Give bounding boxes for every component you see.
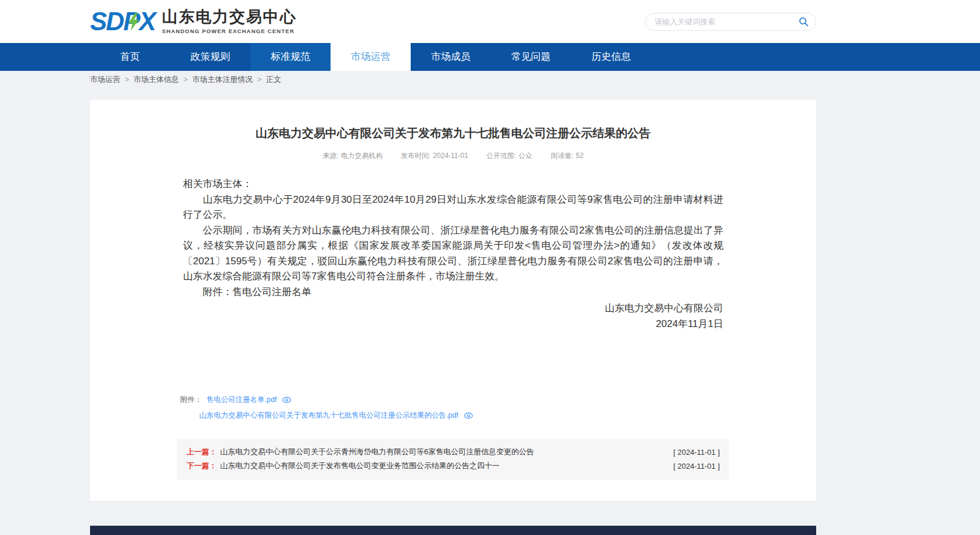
body-paragraph: 附件：售电公司注册名单 [183,285,723,300]
signature-company: 山东电力交易中心有限公司 [183,301,723,317]
article-body: 相关市场主体： 山东电力交易中心于2024年9月30日至2024年10月29日对… [90,177,816,300]
prev-article-row: 上一篇： 山东电力交易中心有限公司关于公示青州海岱电力有限公司等6家售电公司注册… [186,445,720,459]
site-header: SDPX 山东电力交易中心 SHANDONG POWER EXCHANGE CE… [0,0,980,43]
breadcrumb-separator: > [184,76,188,84]
eye-preview-icon[interactable] [464,412,473,419]
breadcrumb-separator: > [257,76,261,84]
search-button[interactable] [798,17,809,27]
nav-item-market-operation[interactable]: 市场运营 [331,43,411,71]
search-input[interactable] [655,17,798,26]
site-logo[interactable]: SDPX 山东电力交易中心 SHANDONG POWER EXCHANGE CE… [90,9,297,34]
body-paragraph: 相关市场主体： [183,177,723,192]
nav-item-home[interactable]: 首页 [90,43,170,71]
next-article-date: [ 2024-11-01 ] [673,462,720,471]
prev-article-link[interactable]: 山东电力交易中心有限公司关于公示青州海岱电力有限公司等6家售电公司注册信息变更的… [220,447,534,457]
attachment-link-announcement-pdf[interactable]: 山东电力交易中心有限公司关于发布第九十七批售电公司注册公示结果的公告.pdf [199,411,458,421]
search-icon [799,17,809,27]
meta-scope: 公开范围:公众 [486,152,532,160]
meta-source: 来源:电力交易机构 [322,152,382,160]
body-paragraph: 公示期间，市场有关方对山东赢伦电力科技有限公司、浙江绿星普化电力服务有限公司2家… [183,223,723,285]
breadcrumb-item-registration-status[interactable]: 市场主体注册情况 [192,74,253,85]
signature-date: 2024年11月1日 [183,317,723,332]
prev-label: 上一篇： [186,447,217,457]
meta-view-count: 阅读量:52 [551,152,584,160]
attachment-link-registration-list[interactable]: 售电公司注册名单.pdf [207,395,277,405]
breadcrumb-item-current: 正文 [266,74,281,85]
logo-name-cn: 山东电力交易中心 [162,9,297,26]
next-article-row: 下一篇： 山东电力交易中心有限公司关于发布售电公司变更业务范围公示结果的公告之四… [186,459,720,473]
breadcrumb-item-subject-info[interactable]: 市场主体信息 [134,74,179,85]
lightning-bolt-icon [127,13,140,31]
logo-name-en: SHANDONG POWER EXCHANGE CENTER [162,28,297,34]
article-title: 山东电力交易中心有限公司关于发布第九十七批售电公司注册公示结果的公告 [90,100,816,141]
body-paragraph: 山东电力交易中心于2024年9月30日至2024年10月29日对山东水发综合能源… [183,192,723,223]
logo-letter-p: P [123,9,139,34]
nav-item-standards[interactable]: 标准规范 [250,43,331,71]
breadcrumb-bar: 市场运营 > 市场主体信息 > 市场主体注册情况 > 正文 [0,71,980,88]
footer-strip [90,526,816,535]
attachment-row: 附件： 售电公司注册名单.pdf [180,392,723,408]
logo-text-block: 山东电力交易中心 SHANDONG POWER EXCHANGE CENTER [162,9,297,34]
next-label: 下一篇： [186,461,217,471]
nav-item-market-members[interactable]: 市场成员 [411,43,491,71]
article-meta: 来源:电力交易机构 发布时间:2024-11-01 公开范围:公众 阅读量:52 [90,151,816,161]
search-box[interactable] [645,13,816,31]
attachment-row: 山东电力交易中心有限公司关于发布第九十七批售电公司注册公示结果的公告.pdf [180,408,723,423]
nav-item-history[interactable]: 历史信息 [571,43,651,71]
prev-next-box: 上一篇： 山东电力交易中心有限公司关于公示青州海岱电力有限公司等6家售电公司注册… [177,439,729,480]
meta-publish-time: 发布时间:2024-11-01 [401,152,468,160]
prev-article-date: [ 2024-11-01 ] [673,448,720,457]
logo-mark: SDPX [90,9,155,34]
article-signature: 山东电力交易中心有限公司 2024年11月1日 [90,300,816,332]
attachments-section: 附件： 售电公司注册名单.pdf 山东电力交易中心有限公司关于发布第九十七批售电… [90,392,816,423]
article-card: 山东电力交易中心有限公司关于发布第九十七批售电公司注册公示结果的公告 来源:电力… [90,100,816,501]
logo-letter-x: X [139,9,155,34]
breadcrumb-separator: > [125,76,129,84]
next-article-link[interactable]: 山东电力交易中心有限公司关于发布售电公司变更业务范围公示结果的公告之四十一 [220,461,500,471]
main-nav: 首页 政策规则 标准规范 市场运营 市场成员 常见问题 历史信息 [0,43,980,71]
logo-letters-sd: SD [90,9,123,34]
eye-preview-icon[interactable] [282,397,291,403]
breadcrumb-item-market-operation[interactable]: 市场运营 [90,74,120,85]
nav-item-faq[interactable]: 常见问题 [491,43,571,71]
attachments-label: 附件： [180,395,202,405]
nav-item-policies[interactable]: 政策规则 [170,43,250,71]
